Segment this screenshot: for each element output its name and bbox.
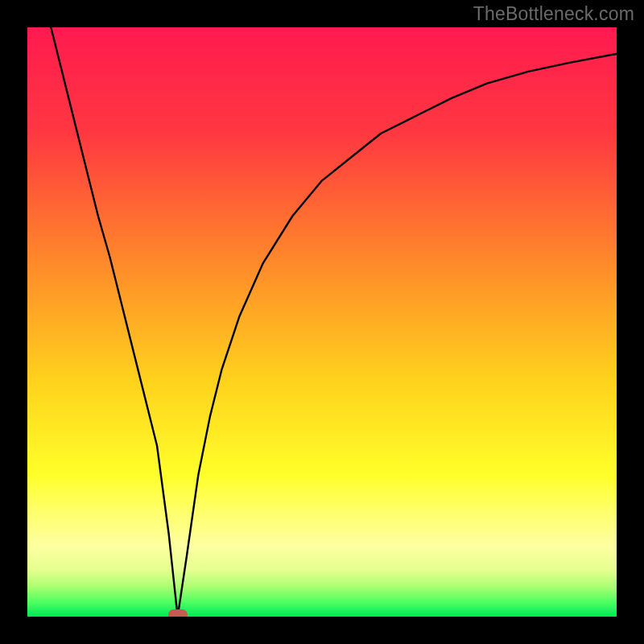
- watermark-text: TheBottleneck.com: [473, 3, 634, 25]
- plot-area: [27, 27, 617, 617]
- bottleneck-curve: [27, 27, 617, 617]
- chart-frame: TheBottleneck.com: [0, 0, 644, 644]
- minimum-marker: [168, 609, 188, 617]
